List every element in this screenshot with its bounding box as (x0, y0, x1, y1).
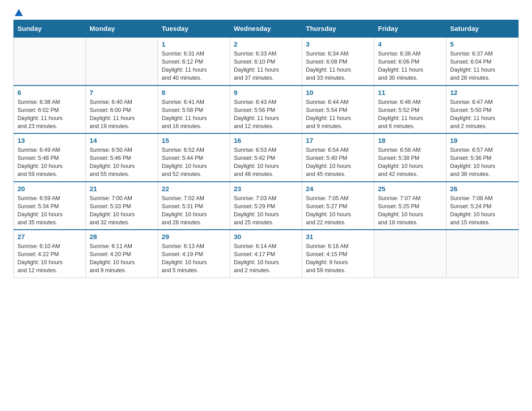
calendar-cell: 20Sunrise: 6:59 AMSunset: 5:34 PMDayligh… (14, 182, 86, 230)
calendar-cell: 12Sunrise: 6:47 AMSunset: 5:50 PMDayligh… (446, 86, 519, 134)
day-info: Sunrise: 6:37 AMSunset: 6:04 PMDaylight:… (450, 50, 515, 82)
calendar-cell: 1Sunrise: 6:31 AMSunset: 6:12 PMDaylight… (158, 37, 230, 86)
day-number: 28 (90, 233, 154, 240)
week-row-5: 27Sunrise: 6:10 AMSunset: 4:22 PMDayligh… (14, 230, 519, 278)
calendar-cell: 30Sunrise: 6:14 AMSunset: 4:17 PMDayligh… (230, 230, 302, 278)
day-info: Sunrise: 6:33 AMSunset: 6:10 PMDaylight:… (234, 50, 298, 82)
day-info: Sunrise: 6:13 AMSunset: 4:19 PMDaylight:… (162, 242, 226, 275)
week-row-4: 20Sunrise: 6:59 AMSunset: 5:34 PMDayligh… (14, 182, 519, 230)
day-number: 13 (17, 137, 82, 144)
day-info: Sunrise: 6:53 AMSunset: 5:42 PMDaylight:… (234, 146, 298, 179)
calendar-cell: 21Sunrise: 7:00 AMSunset: 5:33 PMDayligh… (86, 182, 158, 230)
calendar-cell: 24Sunrise: 7:05 AMSunset: 5:27 PMDayligh… (302, 182, 374, 230)
calendar-table: SundayMondayTuesdayWednesdayThursdayFrid… (13, 20, 519, 278)
day-number: 1 (162, 40, 226, 48)
day-info: Sunrise: 6:44 AMSunset: 5:54 PMDaylight:… (306, 98, 370, 131)
day-info: Sunrise: 6:57 AMSunset: 5:36 PMDaylight:… (450, 146, 515, 179)
day-info: Sunrise: 6:50 AMSunset: 5:46 PMDaylight:… (90, 146, 154, 179)
day-number: 8 (162, 89, 226, 96)
calendar-cell: 4Sunrise: 6:36 AMSunset: 6:06 PMDaylight… (374, 37, 446, 86)
day-number: 18 (378, 137, 442, 144)
calendar-cell: 23Sunrise: 7:03 AMSunset: 5:29 PMDayligh… (230, 182, 302, 230)
day-number: 14 (90, 137, 154, 144)
day-info: Sunrise: 6:47 AMSunset: 5:50 PMDaylight:… (450, 98, 515, 131)
day-info: Sunrise: 6:52 AMSunset: 5:44 PMDaylight:… (162, 146, 226, 179)
calendar-cell: 22Sunrise: 7:02 AMSunset: 5:31 PMDayligh… (158, 182, 230, 230)
day-number: 26 (450, 185, 515, 193)
day-info: Sunrise: 6:14 AMSunset: 4:17 PMDaylight:… (234, 242, 298, 275)
day-number: 25 (378, 185, 442, 193)
day-number: 21 (90, 185, 154, 193)
day-info: Sunrise: 6:31 AMSunset: 6:12 PMDaylight:… (162, 50, 226, 82)
day-info: Sunrise: 7:07 AMSunset: 5:25 PMDaylight:… (378, 194, 442, 227)
day-number: 24 (306, 185, 370, 193)
calendar-cell: 8Sunrise: 6:41 AMSunset: 5:58 PMDaylight… (158, 86, 230, 134)
page-header (13, 9, 519, 15)
logo-triangle-icon (15, 9, 23, 16)
calendar-header-row: SundayMondayTuesdayWednesdayThursdayFrid… (14, 20, 519, 38)
day-info: Sunrise: 6:49 AMSunset: 5:48 PMDaylight:… (17, 146, 82, 179)
day-info: Sunrise: 6:38 AMSunset: 6:02 PMDaylight:… (17, 98, 82, 131)
logo (13, 9, 23, 15)
calendar-cell: 7Sunrise: 6:40 AMSunset: 6:00 PMDaylight… (86, 86, 158, 134)
day-number: 20 (17, 185, 82, 193)
day-info: Sunrise: 7:05 AMSunset: 5:27 PMDaylight:… (306, 194, 370, 227)
calendar-cell: 26Sunrise: 7:08 AMSunset: 5:24 PMDayligh… (446, 182, 519, 230)
day-number: 15 (162, 137, 226, 144)
day-info: Sunrise: 6:40 AMSunset: 6:00 PMDaylight:… (90, 98, 154, 131)
calendar-cell: 31Sunrise: 6:16 AMSunset: 4:15 PMDayligh… (302, 230, 374, 278)
day-number: 3 (306, 40, 370, 48)
calendar-cell: 5Sunrise: 6:37 AMSunset: 6:04 PMDaylight… (446, 37, 519, 86)
day-number: 9 (234, 89, 298, 96)
column-header-thursday: Thursday (302, 20, 374, 38)
day-number: 16 (234, 137, 298, 144)
calendar-cell: 16Sunrise: 6:53 AMSunset: 5:42 PMDayligh… (230, 133, 302, 182)
day-number: 10 (306, 89, 370, 96)
week-row-1: 1Sunrise: 6:31 AMSunset: 6:12 PMDaylight… (14, 37, 519, 86)
day-info: Sunrise: 6:43 AMSunset: 5:56 PMDaylight:… (234, 98, 298, 131)
calendar-cell: 9Sunrise: 6:43 AMSunset: 5:56 PMDaylight… (230, 86, 302, 134)
day-number: 4 (378, 40, 442, 48)
week-row-3: 13Sunrise: 6:49 AMSunset: 5:48 PMDayligh… (14, 133, 519, 182)
calendar-cell: 10Sunrise: 6:44 AMSunset: 5:54 PMDayligh… (302, 86, 374, 134)
day-info: Sunrise: 6:36 AMSunset: 6:06 PMDaylight:… (378, 50, 442, 82)
day-number: 2 (234, 40, 298, 48)
day-info: Sunrise: 6:16 AMSunset: 4:15 PMDaylight:… (306, 242, 370, 275)
day-number: 31 (306, 233, 370, 240)
column-header-saturday: Saturday (446, 20, 519, 38)
calendar-cell: 19Sunrise: 6:57 AMSunset: 5:36 PMDayligh… (446, 133, 519, 182)
column-header-tuesday: Tuesday (158, 20, 230, 38)
day-info: Sunrise: 6:59 AMSunset: 5:34 PMDaylight:… (17, 194, 82, 227)
day-number: 19 (450, 137, 515, 144)
column-header-wednesday: Wednesday (230, 20, 302, 38)
day-info: Sunrise: 7:02 AMSunset: 5:31 PMDaylight:… (162, 194, 226, 227)
day-number: 27 (17, 233, 82, 240)
calendar-cell (374, 230, 446, 278)
day-number: 6 (17, 89, 82, 96)
day-info: Sunrise: 6:10 AMSunset: 4:22 PMDaylight:… (17, 242, 82, 275)
day-info: Sunrise: 6:34 AMSunset: 6:08 PMDaylight:… (306, 50, 370, 82)
day-info: Sunrise: 7:08 AMSunset: 5:24 PMDaylight:… (450, 194, 515, 227)
day-info: Sunrise: 6:54 AMSunset: 5:40 PMDaylight:… (306, 146, 370, 179)
day-number: 30 (234, 233, 298, 240)
calendar-cell: 2Sunrise: 6:33 AMSunset: 6:10 PMDaylight… (230, 37, 302, 86)
calendar-cell (14, 37, 86, 86)
calendar-cell: 27Sunrise: 6:10 AMSunset: 4:22 PMDayligh… (14, 230, 86, 278)
calendar-cell (446, 230, 519, 278)
day-number: 11 (378, 89, 442, 96)
day-info: Sunrise: 6:41 AMSunset: 5:58 PMDaylight:… (162, 98, 226, 131)
week-row-2: 6Sunrise: 6:38 AMSunset: 6:02 PMDaylight… (14, 86, 519, 134)
calendar-cell: 18Sunrise: 6:56 AMSunset: 5:38 PMDayligh… (374, 133, 446, 182)
day-number: 23 (234, 185, 298, 193)
calendar-cell: 17Sunrise: 6:54 AMSunset: 5:40 PMDayligh… (302, 133, 374, 182)
calendar-cell: 14Sunrise: 6:50 AMSunset: 5:46 PMDayligh… (86, 133, 158, 182)
day-info: Sunrise: 6:56 AMSunset: 5:38 PMDaylight:… (378, 146, 442, 179)
day-number: 29 (162, 233, 226, 240)
calendar-cell: 6Sunrise: 6:38 AMSunset: 6:02 PMDaylight… (14, 86, 86, 134)
day-number: 12 (450, 89, 515, 96)
day-info: Sunrise: 7:00 AMSunset: 5:33 PMDaylight:… (90, 194, 154, 227)
calendar-cell: 25Sunrise: 7:07 AMSunset: 5:25 PMDayligh… (374, 182, 446, 230)
day-info: Sunrise: 6:11 AMSunset: 4:20 PMDaylight:… (90, 242, 154, 275)
calendar-cell: 3Sunrise: 6:34 AMSunset: 6:08 PMDaylight… (302, 37, 374, 86)
day-info: Sunrise: 7:03 AMSunset: 5:29 PMDaylight:… (234, 194, 298, 227)
